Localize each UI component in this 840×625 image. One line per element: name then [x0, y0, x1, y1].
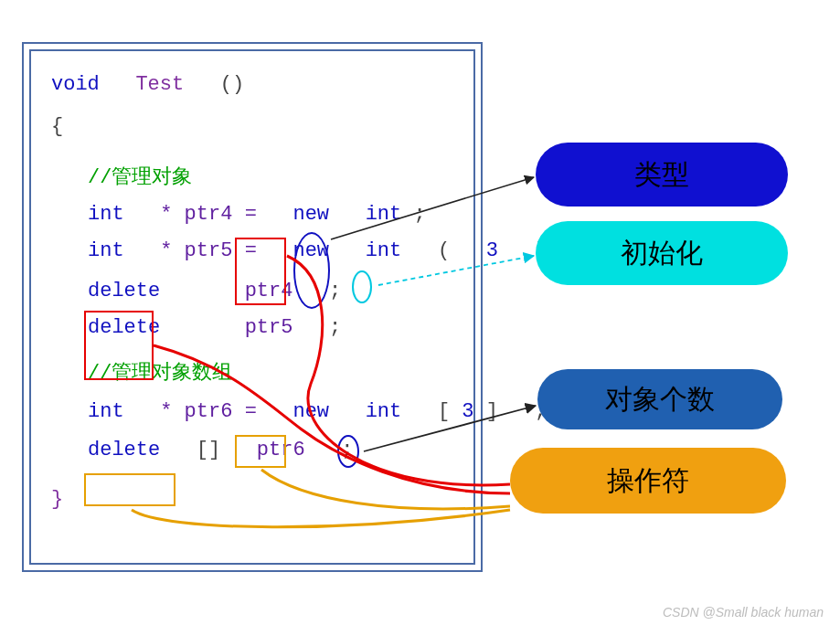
keyword-void: void	[51, 73, 100, 96]
array-count-3: 3	[462, 400, 473, 423]
code-block: void Test () { //管理对象 int * ptr4 = new i…	[31, 51, 473, 563]
label-text-type: 类型	[634, 156, 689, 194]
punct-paren: ()	[220, 73, 244, 96]
label-pill-operator: 操作符	[510, 448, 786, 514]
label-pill-type: 类型	[536, 143, 788, 207]
label-pill-count: 对象个数	[537, 369, 782, 429]
label-pill-init: 初始化	[536, 221, 788, 285]
label-text-init: 初始化	[621, 235, 703, 272]
watermark: CSDN @Small black human	[663, 605, 824, 620]
keyword-delete-arr: delete	[88, 439, 160, 461]
init-value-3: 3	[486, 239, 498, 262]
code-line-signature: void Test ()	[51, 71, 244, 100]
label-text-count: 对象个数	[605, 381, 715, 418]
keyword-new-3: new	[292, 400, 329, 423]
code-line-ptr6: int * ptr6 = new int [ 3 ] ;	[88, 398, 547, 427]
code-line-ptr5: int * ptr5 = new int ( 3 ) ;	[88, 238, 595, 266]
type-int-2: int	[366, 239, 402, 262]
type-int-1: int	[366, 203, 402, 226]
highlight-delete-box	[84, 311, 154, 380]
code-line-ptr4: int * ptr4 = new int ;	[88, 201, 426, 229]
highlight-type-ellipse	[293, 232, 330, 309]
highlight-delete-array-box	[84, 473, 175, 506]
comment-1: //管理对象	[88, 164, 192, 193]
code-frame-outer: void Test () { //管理对象 int * ptr4 = new i…	[22, 42, 483, 572]
label-text-operator: 操作符	[607, 462, 689, 500]
brace-close: }	[51, 486, 63, 514]
keyword-delete-1: delete	[88, 280, 160, 302]
highlight-init-ellipse	[352, 270, 372, 303]
highlight-new-array-box	[235, 435, 286, 468]
keyword-new-1: new	[292, 203, 329, 226]
brace-open: {	[51, 113, 63, 142]
highlight-new-box	[235, 238, 286, 305]
highlight-count-ellipse	[337, 435, 359, 468]
code-frame-inner: void Test () { //管理对象 int * ptr4 = new i…	[29, 49, 475, 565]
function-name: Test	[135, 73, 184, 96]
code-line-del-ptr6: delete [] ptr6 ;	[88, 437, 353, 465]
